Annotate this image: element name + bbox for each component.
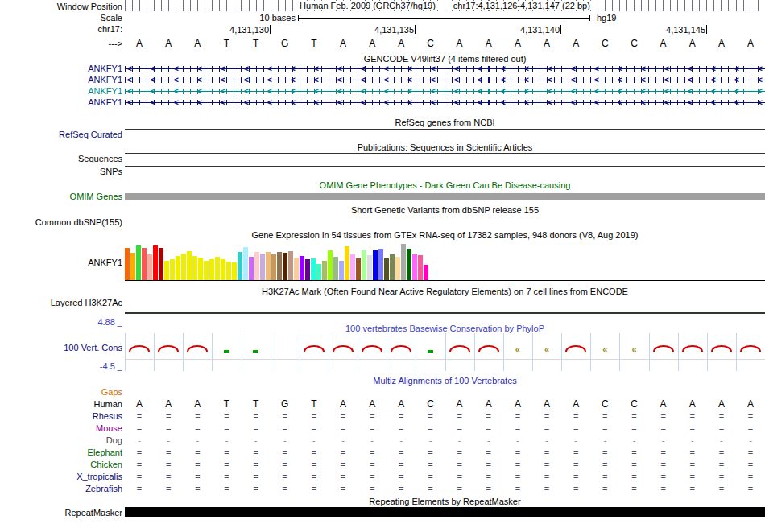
base-letter[interactable]: A xyxy=(649,37,678,51)
species-label[interactable]: Human xyxy=(0,399,122,410)
h3k27ac-track-signal[interactable] xyxy=(125,312,765,314)
gtex-expression-bar[interactable] xyxy=(271,254,276,280)
alignment-row[interactable]: ====================== xyxy=(125,471,765,482)
gtex-expression-bar[interactable] xyxy=(311,258,316,280)
species-label[interactable]: Rhesus xyxy=(0,411,122,422)
base-letter[interactable]: G xyxy=(271,37,300,51)
gtex-expression-bar[interactable] xyxy=(192,256,197,280)
base-letter[interactable]: C xyxy=(619,37,648,51)
base-letter[interactable]: A xyxy=(125,37,154,51)
base-letter[interactable]: A xyxy=(678,37,707,51)
gtex-expression-bar[interactable] xyxy=(249,257,254,280)
publications-snps-track-item[interactable] xyxy=(125,166,765,167)
gtex-expression-bar[interactable] xyxy=(345,246,349,280)
phylop-wiggle[interactable]: «««« xyxy=(125,343,765,359)
gtex-expression-bar[interactable] xyxy=(412,254,417,280)
gtex-expression-bar[interactable] xyxy=(266,252,271,280)
repeatmasker-bar[interactable] xyxy=(125,507,765,517)
base-letter[interactable]: A xyxy=(154,37,183,51)
gtex-expression-bar[interactable] xyxy=(147,254,152,280)
species-label[interactable]: Elephant xyxy=(0,447,122,458)
gtex-expression-bar[interactable] xyxy=(305,259,310,280)
gtex-expression-bar[interactable] xyxy=(164,261,169,280)
base-letter[interactable]: A xyxy=(532,37,561,51)
gtex-expression-bar[interactable] xyxy=(125,248,130,280)
dna-sequence-row[interactable]: AAATTGTAAACAAAAACCAAAA xyxy=(125,37,765,51)
base-letter[interactable]: A xyxy=(387,37,416,51)
gtex-expression-bar[interactable] xyxy=(153,245,158,280)
h3k27ac-label[interactable]: Layered H3K27Ac xyxy=(0,298,122,308)
base-letter[interactable]: C xyxy=(590,37,619,51)
gtex-expression-bar[interactable] xyxy=(322,261,327,280)
gtex-expression-bar[interactable] xyxy=(130,253,135,280)
gtex-gene-label[interactable]: ANKFY1 xyxy=(0,258,122,268)
base-letter[interactable]: A xyxy=(329,37,358,51)
gencode-gene-label[interactable]: ANKFY1 xyxy=(0,97,122,108)
publications-sequences-track-item[interactable] xyxy=(125,153,765,154)
species-label[interactable]: Zebrafish xyxy=(0,484,122,494)
gtex-expression-bar[interactable] xyxy=(238,252,242,280)
base-letter[interactable]: T xyxy=(300,37,329,51)
gtex-expression-bar[interactable] xyxy=(333,257,338,280)
gtex-expression-bar[interactable] xyxy=(378,249,383,280)
species-label[interactable]: Chicken xyxy=(0,460,122,470)
base-letter[interactable]: A xyxy=(445,37,474,51)
gtex-expression-bar[interactable] xyxy=(300,256,304,280)
gtex-expression-bar[interactable] xyxy=(170,259,175,280)
gtex-expression-bar[interactable] xyxy=(350,254,355,280)
base-letter[interactable]: A xyxy=(358,37,387,51)
gtex-expression-bar[interactable] xyxy=(390,254,395,280)
species-label[interactable]: X_tropicalis xyxy=(0,472,122,482)
gencode-gene-label[interactable]: ANKFY1 xyxy=(0,75,122,85)
publications-sequences-label[interactable]: Sequences xyxy=(0,154,122,164)
gtex-expression-bar[interactable] xyxy=(395,257,400,280)
gaps-label[interactable]: Gaps xyxy=(0,387,122,398)
gencode-transcript-row[interactable]: <<<<<<<<<<<<<<<<<<<<<<<<<<<< xyxy=(125,74,765,85)
publications-snps-label[interactable]: SNPs xyxy=(0,167,122,177)
gtex-expression-bar[interactable] xyxy=(209,259,214,280)
gencode-transcript-row[interactable]: <<<<<<<<<<<<<<<<<<<<<<<<<<<< xyxy=(125,97,765,108)
gtex-expression-bar[interactable] xyxy=(339,261,344,280)
base-letter[interactable]: T xyxy=(242,37,271,51)
gencode-transcript-row[interactable]: <<<<<<<<<<<<<<<<<<<<<<<<<<<< xyxy=(125,85,765,97)
gtex-expression-bar[interactable] xyxy=(181,254,186,280)
gtex-expression-bar[interactable] xyxy=(328,250,333,280)
gtex-expression-bar[interactable] xyxy=(232,262,237,280)
alignment-row[interactable]: ====================== xyxy=(125,447,765,458)
phylop-track-label[interactable]: 100 Vert. Cons xyxy=(0,343,122,353)
base-letter[interactable]: A xyxy=(561,37,590,51)
base-letter[interactable]: C xyxy=(416,37,445,51)
gtex-expression-bar[interactable] xyxy=(277,252,282,280)
omim-genes-bar[interactable] xyxy=(125,193,765,200)
gtex-expression-bar[interactable] xyxy=(136,245,141,280)
gtex-expression-bar[interactable] xyxy=(418,255,423,280)
gtex-expression-bar[interactable] xyxy=(356,258,361,280)
species-label[interactable]: Mouse xyxy=(0,423,122,434)
gtex-expression-bar[interactable] xyxy=(288,251,293,280)
gtex-expression-bar[interactable] xyxy=(316,264,321,280)
species-label[interactable]: Dog xyxy=(0,435,122,446)
gtex-expression-bar[interactable] xyxy=(159,248,163,280)
dbsnp-label[interactable]: Common dbSNP(155) xyxy=(0,217,122,228)
base-letter[interactable]: A xyxy=(183,37,212,51)
gtex-expression-bar[interactable] xyxy=(260,254,265,280)
gtex-expression-bar[interactable] xyxy=(373,250,378,280)
omim-genes-label[interactable]: OMIM Genes xyxy=(0,192,122,202)
gtex-bar-chart[interactable] xyxy=(125,243,765,280)
gtex-expression-bar[interactable] xyxy=(367,255,372,280)
refseq-curated-label[interactable]: RefSeq Curated xyxy=(0,130,122,140)
alignment-row[interactable]: ---------------------- xyxy=(125,435,765,446)
gtex-expression-bar[interactable] xyxy=(187,251,192,280)
alignment-row[interactable]: ====================== xyxy=(125,423,765,434)
base-letter[interactable]: A xyxy=(474,37,503,51)
gtex-expression-bar[interactable] xyxy=(401,244,406,280)
gtex-expression-bar[interactable] xyxy=(243,247,248,280)
base-letter[interactable]: A xyxy=(736,37,765,51)
gtex-expression-bar[interactable] xyxy=(384,258,389,280)
gtex-expression-bar[interactable] xyxy=(198,258,203,280)
refseq-curated-track-item[interactable] xyxy=(125,129,765,130)
repeatmasker-label[interactable]: RepeatMasker xyxy=(0,508,122,518)
gencode-transcript-row[interactable]: <<<<<<<<<<<<<<<<<<<<<<<<<<<< xyxy=(125,63,765,74)
gencode-gene-label[interactable]: ANKFY1 xyxy=(0,64,122,74)
gtex-expression-bar[interactable] xyxy=(204,261,209,280)
